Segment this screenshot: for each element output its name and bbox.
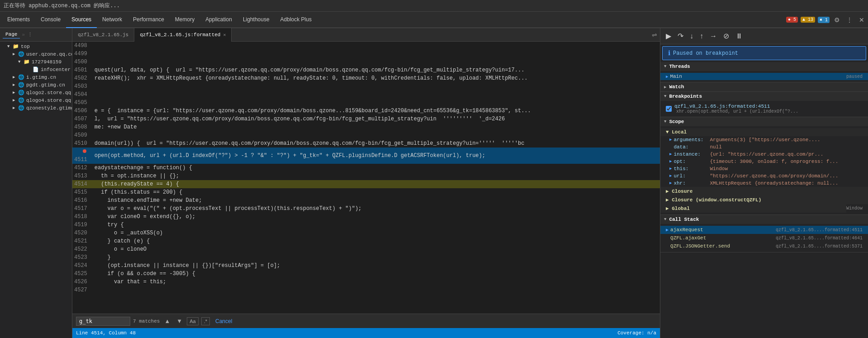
scope-header[interactable]: ▼ Scope (660, 117, 868, 126)
line-number-4526[interactable]: 4526 (72, 278, 91, 286)
tree-item-i-gtimg[interactable]: ▶ 🌐 i.gtimg.cn (0, 73, 72, 81)
scope-global-label[interactable]: ▶ Global (660, 204, 846, 213)
step-out-btn[interactable]: ↑ (698, 31, 705, 41)
tree-item-1727948159[interactable]: ▼ 📁 1727948159 (0, 58, 72, 66)
scope-url-arrow[interactable]: ▶ (669, 173, 672, 178)
line-number-4521[interactable]: 4521 (72, 237, 91, 245)
sidebar-overflow-btn[interactable]: ⋮ (27, 32, 33, 38)
scope-xhr[interactable]: ▶ xhr: XMLHttpRequest {onreadystatechang… (660, 180, 868, 187)
tab-sources[interactable]: Sources (66, 12, 97, 28)
line-number-4513[interactable]: 4513 (72, 172, 91, 180)
search-cancel-btn[interactable]: Cancel (213, 317, 235, 325)
line-number-4501[interactable]: 4501 (72, 66, 91, 74)
scope-data[interactable]: ▶ data: null (660, 143, 868, 151)
line-number-4524[interactable]: 4524 (72, 262, 91, 270)
watch-header[interactable]: ▶ Watch (660, 82, 868, 91)
code-area[interactable]: 4498449945004501quest(url, data, opt) { … (72, 42, 660, 314)
tree-item-top[interactable]: ▼ 📁 top (0, 43, 72, 50)
tree-item-pgdt-gtimg[interactable]: ▶ 🌐 pgdt.gtimg.cn (0, 81, 72, 89)
sidebar-tab-page[interactable]: Page (3, 31, 20, 38)
tab-application[interactable]: Application (200, 12, 237, 28)
line-number-4515[interactable]: 4515 (72, 188, 91, 196)
line-number-4516[interactable]: 4516 (72, 196, 91, 205)
tab-network[interactable]: Network (97, 12, 128, 28)
breakpoint-item-1[interactable]: qzfl_v8_2.1.65.js:formatted:4511 xhr.ope… (660, 103, 868, 115)
scope-local-label[interactable]: ▼ Local (660, 128, 868, 136)
line-number-4522[interactable]: 4522 (72, 245, 91, 253)
tab-elements[interactable]: Elements (2, 12, 35, 28)
scope-this-arrow[interactable]: ▶ (669, 166, 672, 171)
scope-instance[interactable]: ▶ instance: {url: "https://user.qzone.qq… (660, 151, 868, 158)
thread-main[interactable]: ▶ Main paused (660, 73, 868, 80)
breakpoints-header[interactable]: ▼ Breakpoints (660, 92, 868, 101)
scope-arguments[interactable]: ▶ arguments: Arguments(3) ["https://user… (660, 136, 868, 143)
line-number-4510[interactable]: 4510 (72, 139, 91, 148)
tab-lighthouse[interactable]: Lighthouse (237, 12, 275, 28)
tree-item-qlogo2[interactable]: ▶ 🌐 qlogo2.store.qq.c... (0, 89, 72, 96)
line-number-4508[interactable]: 4508 (72, 123, 91, 131)
tree-item-qlogo4[interactable]: ▶ 🌐 qlogo4.store.qq.c... (0, 96, 72, 104)
line-number-4514[interactable]: 4514 (72, 180, 91, 188)
scope-instance-arrow[interactable]: ▶ (669, 152, 672, 157)
line-number-4507[interactable]: 4507 (72, 115, 91, 123)
tree-item-infocenter[interactable]: 📄 infocenter (0, 66, 72, 73)
line-number-4525[interactable]: 4525 (72, 270, 91, 278)
line-number-4500[interactable]: 4500 (72, 58, 91, 66)
search-prev-btn[interactable]: ▲ (162, 317, 172, 325)
call-stack-item-jsongetter[interactable]: ▶ QZFL.JSONGetter.send qzfl_v8_2.1.65...… (660, 242, 868, 250)
line-number-4503[interactable]: 4503 (72, 82, 91, 90)
step-over-btn[interactable]: ↷ (676, 31, 685, 41)
call-stack-header[interactable]: ▼ Call Stack (660, 215, 868, 224)
more-btn[interactable]: ⋮ (844, 15, 854, 24)
line-number-4518[interactable]: 4518 (72, 213, 91, 221)
line-number-4512[interactable]: 4512 (72, 164, 91, 172)
scope-arguments-arrow[interactable]: ▶ (669, 137, 672, 142)
editor-tab-qzfl-fmt[interactable]: qzfl_v8_2.1.65.js:formatted ✕ (134, 28, 232, 42)
line-number-4523[interactable]: 4523 (72, 253, 91, 262)
line-number-4499[interactable]: 4499 (72, 50, 91, 58)
line-number-4527[interactable]: 4527 (72, 286, 91, 294)
tab-memory[interactable]: Memory (170, 12, 200, 28)
step-into-btn[interactable]: ↓ (688, 31, 695, 41)
tab-adblock[interactable]: Adblock Plus (275, 12, 317, 28)
call-stack-item-ajaxget[interactable]: ▶ QZFL.ajaxGet qzfl_v8_2.1.65....formatt… (660, 234, 868, 242)
pause-on-exceptions-btn[interactable]: ⏸ (734, 31, 745, 41)
line-code-4501: quest(url, data, opt) { url = "https://u… (91, 66, 660, 74)
line-number-4504[interactable]: 4504 (72, 90, 91, 99)
line-number-4502[interactable]: 4502 (72, 74, 91, 82)
deactivate-btn[interactable]: ⊘ (721, 31, 731, 41)
resume-btn[interactable]: ▶ (664, 31, 673, 41)
editor-tab-qzfl-min[interactable]: qzfl_v8_2.1.65.js (72, 28, 134, 42)
scope-closure-window-label[interactable]: ▶ Closure (window.constructQZFL) (660, 195, 868, 204)
search-next-btn[interactable]: ▼ (175, 317, 184, 325)
line-number-4517[interactable]: 4517 (72, 205, 91, 213)
call-stack-item-ajax[interactable]: ▶ ajaxRequest qzfl_v8_2.1.65....formatte… (660, 226, 868, 234)
step-btn[interactable]: → (708, 31, 719, 41)
tab-console[interactable]: Console (35, 12, 66, 28)
tab-performance[interactable]: Performance (128, 12, 170, 28)
tree-item-user-qzone[interactable]: ▶ 🌐 user.qzone.qq.co... (0, 50, 72, 58)
threads-header[interactable]: ▼ Threads (660, 62, 868, 71)
line-number-4506[interactable]: 4506 (72, 107, 91, 115)
scope-closure-label[interactable]: ▶ Closure (660, 187, 868, 195)
line-number-4505[interactable]: 4505 (72, 99, 91, 107)
breakpoint-checkbox-1[interactable] (666, 106, 672, 112)
settings-btn[interactable]: ⚙ (832, 15, 842, 24)
search-regex-btn[interactable]: .* (201, 317, 210, 325)
line-number-4520[interactable]: 4520 (72, 229, 91, 237)
search-case-btn[interactable]: Aa (187, 317, 198, 325)
close-devtools-btn[interactable]: ✕ (857, 15, 866, 24)
editor-tab-close-icon[interactable]: ✕ (223, 32, 226, 38)
search-input[interactable] (76, 317, 130, 326)
scope-opt[interactable]: ▶ opt: {timeout: 3000, onload: f, onprog… (660, 158, 868, 165)
scope-this[interactable]: ▶ this: Window (660, 165, 868, 172)
line-number-4511[interactable]: 4511 (72, 148, 91, 164)
editor-nav-toggle[interactable]: ⇌ (651, 30, 658, 39)
line-number-4519[interactable]: 4519 (72, 221, 91, 229)
scope-url[interactable]: ▶ url: "https://user.qzone.qq.com/proxy/… (660, 172, 868, 180)
scope-opt-arrow[interactable]: ▶ (669, 159, 672, 164)
line-number-4498[interactable]: 4498 (72, 42, 91, 50)
scope-xhr-arrow[interactable]: ▶ (669, 181, 672, 186)
line-number-4509[interactable]: 4509 (72, 131, 91, 139)
tree-item-qzonestyle[interactable]: ▶ 🌐 qzonestyle.gtimg... (0, 104, 72, 112)
